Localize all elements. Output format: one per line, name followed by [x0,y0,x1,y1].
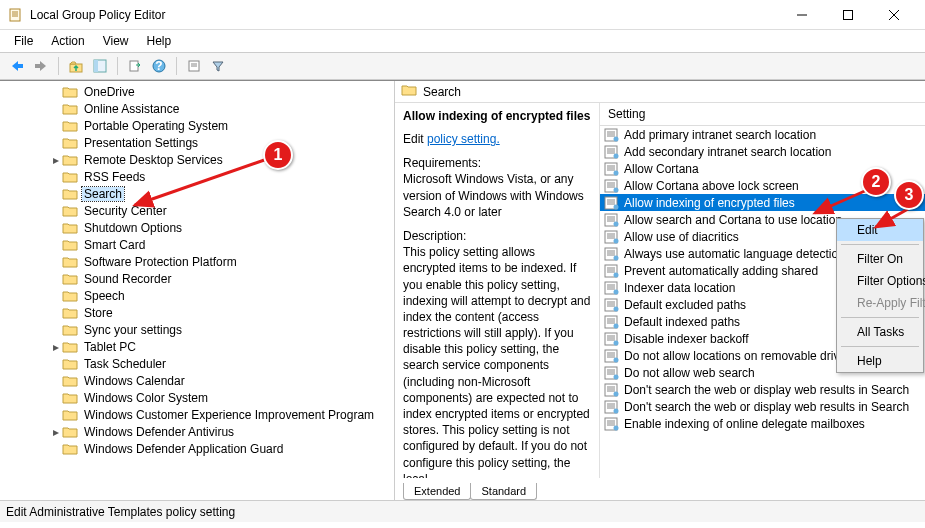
setting-item[interactable]: Add secondary intranet search location [600,143,925,160]
folder-icon [62,221,78,235]
up-button[interactable] [65,55,87,77]
tree-item[interactable]: Smart Card [0,236,394,253]
tree-item[interactable]: Search [0,185,394,202]
tree-item[interactable]: Security Center [0,202,394,219]
menu-action[interactable]: Action [43,32,92,50]
tree-item-label: Windows Defender Antivirus [82,425,236,439]
context-menu-item[interactable]: Filter On [837,248,923,270]
setting-item[interactable]: Add primary intranet search location [600,126,925,143]
policy-icon [604,383,620,397]
tree-item[interactable]: Windows Color System [0,389,394,406]
annotation-marker-2: 2 [861,167,891,197]
forward-button[interactable] [30,55,52,77]
location-header: Search [395,81,925,103]
tree-item[interactable]: Sync your settings [0,321,394,338]
properties-button[interactable] [183,55,205,77]
policy-icon [604,145,620,159]
tree-item[interactable]: ▸Remote Desktop Services [0,151,394,168]
tree-item[interactable]: Windows Calendar [0,372,394,389]
folder-icon [62,102,78,116]
maximize-button[interactable] [825,0,871,30]
context-menu-item[interactable]: Edit [837,219,923,241]
help-button[interactable]: ? [148,55,170,77]
policy-icon [604,417,620,431]
settings-header[interactable]: Setting [600,103,925,126]
menu-view[interactable]: View [95,32,137,50]
tree-item[interactable]: Speech [0,287,394,304]
tree-item[interactable]: Presentation Settings [0,134,394,151]
folder-icon [62,289,78,303]
setting-label: Indexer data location [624,281,735,295]
tree-item-label: Tablet PC [82,340,138,354]
setting-item[interactable]: Don't search the web or display web resu… [600,398,925,415]
tab-standard[interactable]: Standard [470,483,537,500]
show-hide-tree-button[interactable] [89,55,111,77]
export-button[interactable] [124,55,146,77]
folder-icon [62,85,78,99]
chevron-right-icon[interactable]: ▸ [50,340,62,354]
tree-view[interactable]: OneDriveOnline AssistancePortable Operat… [0,81,394,500]
menu-separator [841,244,919,245]
setting-item[interactable]: Enable indexing of online delegate mailb… [600,415,925,432]
back-button[interactable] [6,55,28,77]
tree-item[interactable]: Store [0,304,394,321]
folder-icon [62,374,78,388]
tree-item[interactable]: RSS Feeds [0,168,394,185]
tree-item[interactable]: Windows Customer Experience Improvement … [0,406,394,423]
setting-label: Allow search and Cortana to use location [624,213,842,227]
context-menu-item[interactable]: Help [837,350,923,372]
tree-item[interactable]: Sound Recorder [0,270,394,287]
svg-point-48 [614,221,619,226]
menu-help[interactable]: Help [139,32,180,50]
tree-item-label: Remote Desktop Services [82,153,225,167]
context-menu-item[interactable]: Filter Options... [837,270,923,292]
folder-icon [62,425,78,439]
title-bar: Local Group Policy Editor [0,0,925,30]
policy-icon [604,128,620,142]
tree-item[interactable]: Online Assistance [0,100,394,117]
policy-icon [604,349,620,363]
edit-policy-link[interactable]: policy setting. [427,132,500,146]
tree-item[interactable]: OneDrive [0,83,394,100]
policy-icon [604,230,620,244]
policy-icon [604,264,620,278]
context-menu-item[interactable]: All Tasks [837,321,923,343]
tree-item[interactable]: Portable Operating System [0,117,394,134]
svg-point-88 [614,357,619,362]
svg-point-43 [614,204,619,209]
tree-item-label: Speech [82,289,127,303]
minimize-button[interactable] [779,0,825,30]
menu-separator [841,346,919,347]
tree-item-label: RSS Feeds [82,170,147,184]
tree-item[interactable]: Shutdown Options [0,219,394,236]
svg-point-58 [614,255,619,260]
setting-item[interactable]: Don't search the web or display web resu… [600,381,925,398]
tree-item[interactable]: Software Protection Platform [0,253,394,270]
tree-item[interactable]: ▸Windows Defender Antivirus [0,423,394,440]
chevron-right-icon[interactable]: ▸ [50,425,62,439]
toolbar: ? [0,52,925,80]
setting-label: Allow use of diacritics [624,230,739,244]
folder-icon [62,255,78,269]
tree-item-label: Security Center [82,204,169,218]
setting-label: Prevent automatically adding shared [624,264,818,278]
folder-icon [62,391,78,405]
folder-icon [62,306,78,320]
menu-file[interactable]: File [6,32,41,50]
folder-icon [62,170,78,184]
tree-item[interactable]: Windows Defender Application Guard [0,440,394,457]
svg-rect-12 [94,60,98,72]
edit-prefix: Edit [403,132,427,146]
chevron-right-icon[interactable]: ▸ [50,153,62,167]
tab-extended[interactable]: Extended [403,483,471,500]
folder-icon [62,136,78,150]
filter-button[interactable] [207,55,229,77]
svg-rect-0 [10,9,20,21]
setting-label: Allow Cortana above lock screen [624,179,799,193]
tree-item-label: Shutdown Options [82,221,184,235]
close-button[interactable] [871,0,917,30]
tree-item-label: Windows Color System [82,391,210,405]
tree-item[interactable]: Task Scheduler [0,355,394,372]
context-menu: EditFilter OnFilter Options...Re-Apply F… [836,218,924,373]
tree-item[interactable]: ▸Tablet PC [0,338,394,355]
